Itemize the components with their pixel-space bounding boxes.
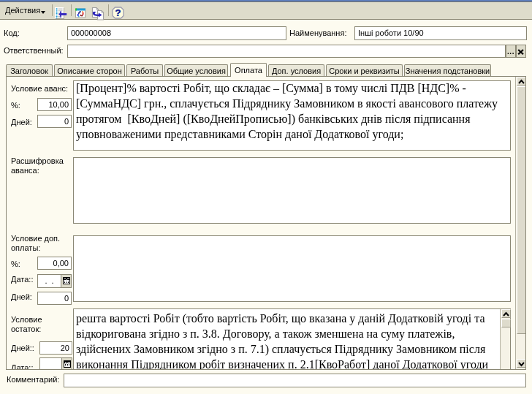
svg-text:?: ? — [115, 7, 121, 18]
